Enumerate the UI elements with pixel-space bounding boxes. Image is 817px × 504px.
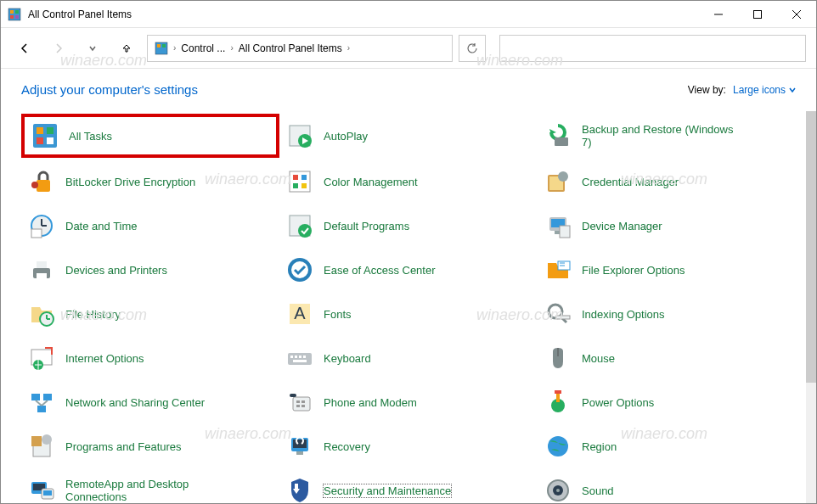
view-by-select[interactable]: Large icons bbox=[733, 84, 796, 96]
svg-rect-41 bbox=[37, 261, 47, 268]
svg-rect-6 bbox=[754, 10, 762, 18]
toolbar: › Control ... › All Control Panel Items … bbox=[1, 28, 816, 69]
svg-rect-2 bbox=[15, 10, 19, 14]
content-area: All TasksAutoPlayBackup and Restore (Win… bbox=[1, 104, 816, 502]
power-icon bbox=[544, 389, 572, 416]
cp-item-label: Backup and Restore (Windows 7) bbox=[582, 123, 735, 148]
cp-item-internet-options[interactable]: Internet Options bbox=[21, 338, 279, 378]
autoplay-icon bbox=[286, 122, 313, 149]
svg-point-90 bbox=[556, 489, 560, 492]
maximize-button[interactable] bbox=[738, 1, 777, 28]
recent-locations-button[interactable] bbox=[79, 35, 106, 62]
back-button[interactable] bbox=[11, 35, 38, 62]
cp-item-label: Recovery bbox=[324, 440, 370, 453]
breadcrumb-control-panel[interactable]: Control ... bbox=[181, 42, 225, 54]
view-by-value: Large icons bbox=[733, 84, 786, 96]
svg-point-79 bbox=[42, 434, 52, 445]
bitlocker-icon bbox=[28, 168, 55, 195]
svg-rect-68 bbox=[293, 397, 310, 411]
refresh-button[interactable] bbox=[459, 35, 486, 62]
scrollbar[interactable] bbox=[806, 111, 816, 503]
cp-item-power-options[interactable]: Power Options bbox=[538, 382, 796, 423]
svg-rect-16 bbox=[47, 137, 54, 144]
control-panel-title-icon bbox=[8, 8, 21, 21]
chevron-right-icon[interactable]: › bbox=[173, 43, 176, 53]
cp-item-default-programs[interactable]: Default Programs bbox=[279, 205, 538, 246]
cp-item-label: Mouse bbox=[582, 352, 615, 365]
cp-item-all-tasks[interactable]: All Tasks bbox=[21, 114, 279, 158]
svg-rect-20 bbox=[37, 180, 50, 192]
cp-item-network-and-sharing-center[interactable]: Network and Sharing Center bbox=[21, 382, 279, 423]
programs-icon bbox=[28, 433, 55, 460]
svg-rect-1 bbox=[10, 10, 14, 14]
svg-rect-23 bbox=[293, 175, 298, 180]
cp-item-label: Network and Sharing Center bbox=[65, 396, 205, 409]
svg-rect-53 bbox=[556, 316, 570, 319]
cp-item-recovery[interactable]: Recovery bbox=[279, 426, 538, 467]
sound-icon bbox=[544, 477, 572, 502]
cp-item-credential-manager[interactable]: Credential Manager bbox=[538, 161, 796, 202]
scrollbar-thumb[interactable] bbox=[806, 111, 816, 383]
cp-item-label: Sound bbox=[582, 484, 614, 497]
devices-printers-icon bbox=[28, 256, 55, 283]
svg-point-29 bbox=[558, 171, 568, 182]
cp-item-label: Default Programs bbox=[324, 220, 409, 232]
cp-item-security-and-maintenance[interactable]: Security and Maintenance bbox=[279, 470, 538, 502]
svg-rect-61 bbox=[293, 360, 307, 362]
window-title: All Control Panel Items bbox=[28, 8, 699, 20]
cp-item-ease-of-access-center[interactable]: Ease of Access Center bbox=[279, 249, 538, 290]
cp-item-indexing-options[interactable]: Indexing Options bbox=[538, 294, 796, 334]
cp-item-programs-and-features[interactable]: Programs and Features bbox=[21, 426, 279, 467]
ease-access-icon bbox=[286, 256, 313, 283]
cp-item-label: Security and Maintenance bbox=[324, 484, 451, 497]
svg-text:A: A bbox=[294, 304, 306, 322]
internet-icon bbox=[28, 344, 55, 372]
svg-rect-10 bbox=[157, 44, 161, 48]
cp-item-fonts[interactable]: AFonts bbox=[279, 294, 538, 334]
recovery-icon bbox=[286, 433, 313, 460]
backup-icon bbox=[544, 122, 572, 149]
svg-rect-11 bbox=[162, 44, 166, 48]
svg-point-35 bbox=[298, 224, 312, 238]
cp-item-backup-and-restore-windows-7-[interactable]: Backup and Restore (Windows 7) bbox=[538, 114, 796, 158]
svg-rect-56 bbox=[288, 353, 312, 365]
cp-item-label: Programs and Features bbox=[65, 440, 182, 453]
cp-item-color-management[interactable]: Color Management bbox=[279, 161, 538, 202]
cp-item-sound[interactable]: Sound bbox=[538, 470, 796, 502]
minimize-button[interactable] bbox=[699, 1, 738, 28]
cp-item-remoteapp-and-desktop-connections[interactable]: RemoteApp and Desktop Connections bbox=[21, 470, 279, 502]
page-title: Adjust your computer's settings bbox=[21, 82, 198, 97]
svg-rect-4 bbox=[15, 15, 19, 19]
svg-rect-60 bbox=[303, 356, 306, 358]
cp-item-autoplay[interactable]: AutoPlay bbox=[279, 114, 538, 158]
cp-item-date-and-time[interactable]: Date and Time bbox=[21, 205, 279, 246]
search-input[interactable] bbox=[499, 35, 806, 62]
svg-rect-33 bbox=[31, 229, 42, 238]
cp-item-label: BitLocker Drive Encryption bbox=[65, 176, 195, 188]
cp-item-mouse[interactable]: Mouse bbox=[538, 338, 796, 378]
cp-item-devices-and-printers[interactable]: Devices and Printers bbox=[21, 249, 279, 290]
up-button[interactable] bbox=[113, 35, 140, 62]
cp-item-phone-and-modem[interactable]: Phone and Modem bbox=[279, 382, 538, 423]
close-button[interactable] bbox=[777, 1, 816, 28]
device-manager-icon bbox=[544, 212, 572, 239]
cp-item-bitlocker-drive-encryption[interactable]: BitLocker Drive Encryption bbox=[21, 161, 279, 202]
cp-item-keyboard[interactable]: Keyboard bbox=[279, 338, 538, 378]
fonts-icon: A bbox=[286, 300, 313, 328]
cp-item-region[interactable]: Region bbox=[538, 426, 796, 467]
cp-item-file-history[interactable]: File History bbox=[21, 294, 279, 334]
network-icon bbox=[28, 389, 55, 416]
address-bar[interactable]: › Control ... › All Control Panel Items … bbox=[147, 35, 453, 62]
cp-item-label: AutoPlay bbox=[324, 130, 368, 143]
chevron-right-icon[interactable]: › bbox=[347, 43, 350, 53]
svg-rect-42 bbox=[37, 273, 47, 280]
breadcrumb-all-items[interactable]: All Control Panel Items bbox=[239, 42, 342, 54]
control-panel-icon bbox=[31, 122, 59, 149]
cp-item-file-explorer-options[interactable]: File Explorer Options bbox=[538, 249, 796, 290]
cp-item-device-manager[interactable]: Device Manager bbox=[538, 205, 796, 246]
cp-item-label: Fonts bbox=[324, 308, 352, 321]
svg-rect-15 bbox=[37, 137, 43, 144]
indexing-icon bbox=[544, 300, 572, 328]
chevron-right-icon[interactable]: › bbox=[230, 43, 233, 53]
cp-item-label: RemoteApp and Desktop Connections bbox=[65, 478, 218, 502]
